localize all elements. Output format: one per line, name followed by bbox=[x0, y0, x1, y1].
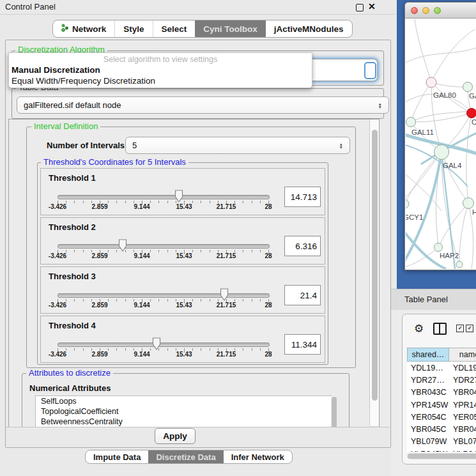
table-panel-title: Table Panel bbox=[404, 295, 448, 304]
slider-track[interactable] bbox=[58, 244, 270, 249]
attribute-list-item[interactable]: TopologicalCoefficient bbox=[36, 406, 331, 417]
threshold-value-field[interactable]: 21.4 bbox=[284, 285, 321, 305]
slider-tick-label: 15.43 bbox=[169, 203, 199, 210]
slider-thumb[interactable] bbox=[118, 239, 127, 252]
slider-thumb[interactable] bbox=[174, 190, 183, 203]
table-panel-area: ⚙ ✓ ✓ shared… name YDL19…YDL19…YDR27…YDR… bbox=[391, 310, 476, 476]
table-row[interactable]: YBR045CYBR045C bbox=[407, 423, 476, 435]
algorithm-combobox-arrows[interactable] bbox=[364, 62, 376, 79]
close-traffic-light-icon[interactable] bbox=[411, 7, 418, 14]
slider-tick bbox=[116, 299, 117, 302]
tab-infer-network[interactable]: Infer Network bbox=[224, 450, 292, 463]
slider-track[interactable] bbox=[58, 342, 270, 347]
table-hscrollbar-thumb[interactable] bbox=[408, 454, 476, 459]
tab-impute-data[interactable]: Impute Data bbox=[86, 450, 148, 463]
threshold-value-field[interactable]: 11.344 bbox=[284, 334, 321, 355]
num-intervals-combobox[interactable]: 5 ▲▼ bbox=[125, 137, 350, 154]
network-node[interactable] bbox=[456, 261, 463, 268]
network-edge[interactable] bbox=[411, 113, 472, 122]
panel-scrollbar[interactable] bbox=[369, 119, 379, 426]
network-node-label: GAL11 bbox=[411, 128, 434, 136]
network-node[interactable] bbox=[406, 199, 409, 208]
split-view-icon[interactable] bbox=[433, 323, 447, 335]
network-edge[interactable] bbox=[431, 82, 468, 87]
slider-tick-label: 28 bbox=[254, 302, 283, 309]
table-row[interactable]: YDR27…YDR27… bbox=[407, 374, 476, 386]
settings-scroll-panel: Interval Definition Number of Intervals … bbox=[8, 119, 380, 427]
slider-thumb[interactable] bbox=[152, 337, 161, 350]
network-edge[interactable] bbox=[459, 203, 468, 265]
panel-scrollbar-thumb[interactable] bbox=[372, 130, 378, 401]
tab-jactivemnodules[interactable]: jActiveMNodules bbox=[266, 20, 352, 37]
attributes-list[interactable]: SelfLoopsTopologicalCoefficientBetweenne… bbox=[35, 395, 332, 427]
threshold-label: Threshold 1 bbox=[49, 173, 96, 183]
slider-tick bbox=[116, 250, 117, 252]
threshold-value-field[interactable]: 14.713 bbox=[284, 187, 321, 207]
network-node[interactable] bbox=[434, 145, 449, 160]
network-edge[interactable] bbox=[438, 203, 468, 247]
network-node-label: GCY1 bbox=[406, 213, 423, 221]
slider-tick-label: -3.426 bbox=[43, 351, 72, 358]
table-data-combobox[interactable]: galFiltered.sif default node ▲▼ bbox=[17, 96, 389, 114]
network-thick-edge[interactable] bbox=[421, 132, 476, 164]
slider-tick bbox=[167, 299, 168, 302]
tab-label: Cyni Toolbox bbox=[203, 24, 257, 34]
cell-shared-name: YDL19… bbox=[407, 362, 449, 374]
threshold-value-field[interactable]: 6.316 bbox=[284, 236, 321, 256]
table-row[interactable]: YBL079WYBL079W bbox=[407, 436, 476, 448]
network-node[interactable] bbox=[463, 198, 474, 209]
network-node[interactable] bbox=[406, 118, 416, 127]
network-edge[interactable] bbox=[431, 29, 475, 82]
slider-thumb[interactable] bbox=[220, 288, 229, 301]
zoom-traffic-light-icon[interactable] bbox=[434, 7, 441, 14]
dropdown-option-manual-discretization[interactable]: Manual Discretization bbox=[12, 65, 100, 75]
table-row[interactable]: YDL19…YDL19… bbox=[407, 362, 476, 374]
table-hscrollbar[interactable] bbox=[407, 453, 476, 459]
slider-tick bbox=[252, 348, 252, 351]
attributes-list-scrollbar[interactable] bbox=[331, 396, 337, 427]
tab-label: Infer Network bbox=[231, 452, 284, 462]
num-intervals-label: Number of Intervals bbox=[47, 141, 125, 150]
minimize-traffic-light-icon[interactable] bbox=[422, 7, 429, 14]
network-window-titlebar[interactable] bbox=[405, 3, 476, 19]
table-row[interactable]: YBR043CYBR043C bbox=[407, 387, 476, 399]
slider-tick bbox=[243, 299, 243, 302]
dropdown-option-equal-width-frequency[interactable]: Equal Width/Frequency Discretization bbox=[12, 76, 155, 86]
network-node-label: GAL4 bbox=[443, 162, 462, 169]
combobox-arrows-icon: ▲▼ bbox=[339, 142, 343, 149]
network-edge[interactable] bbox=[441, 152, 468, 203]
network-edge[interactable] bbox=[415, 19, 431, 82]
apply-button[interactable]: Apply bbox=[155, 428, 196, 444]
table-row[interactable]: YER054CYER054C bbox=[407, 411, 476, 423]
network-edge[interactable] bbox=[406, 47, 476, 64]
tab-select[interactable]: Select bbox=[153, 20, 196, 37]
attribute-list-item[interactable]: BetweennessCentrality bbox=[36, 417, 331, 427]
table-row[interactable]: YLR345WYLR345W bbox=[407, 448, 476, 452]
slider-track[interactable] bbox=[58, 195, 270, 199]
cell-shared-name: YPR145W bbox=[407, 399, 449, 411]
attribute-list-item[interactable]: SelfLoops bbox=[36, 396, 331, 406]
close-icon[interactable]: ✕ bbox=[368, 1, 376, 12]
checkbox-checked-icon[interactable]: ✓ bbox=[466, 325, 473, 332]
column-header-shared-name[interactable]: shared… bbox=[407, 348, 449, 362]
tab-discretize-data[interactable]: Discretize Data bbox=[148, 450, 223, 463]
slider-track[interactable] bbox=[58, 293, 270, 298]
slider-tick-label: 2.859 bbox=[85, 351, 114, 358]
float-window-icon[interactable] bbox=[356, 4, 364, 12]
network-node[interactable] bbox=[467, 109, 476, 118]
network-edge[interactable] bbox=[466, 113, 472, 203]
slider-tick-label: 2.859 bbox=[85, 302, 114, 309]
network-node[interactable] bbox=[434, 243, 443, 252]
column-header-name[interactable]: name bbox=[449, 348, 476, 362]
checkbox-checked-icon[interactable]: ✓ bbox=[456, 325, 464, 332]
network-node[interactable] bbox=[463, 82, 473, 92]
network-node-label: HAP2 bbox=[440, 252, 459, 259]
gear-icon[interactable]: ⚙ bbox=[414, 323, 424, 334]
slider-tick bbox=[125, 348, 126, 351]
tab-cyni-toolbox[interactable]: Cyni Toolbox bbox=[195, 20, 266, 37]
tab-network[interactable]: Network bbox=[53, 20, 114, 37]
network-node[interactable] bbox=[426, 77, 436, 88]
table-row[interactable]: YPR145WYPR145W bbox=[407, 399, 476, 411]
tab-style[interactable]: Style bbox=[114, 20, 152, 37]
network-canvas[interactable]: GAL80GACGAL11GAL4GCY1HHAP2 bbox=[406, 19, 476, 269]
